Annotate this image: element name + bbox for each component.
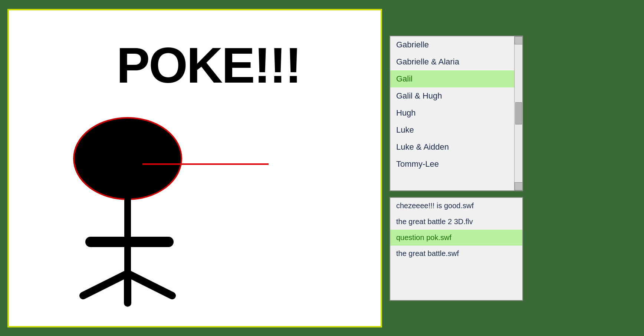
files-list-item-chezeeee[interactable]: chezeeee!!! is good.swf [390, 198, 522, 214]
files-list-item-great-battle-3d[interactable]: the great battle 2 3D.flv [390, 214, 522, 230]
names-list: GabrielleGabrielle & AlariaGalilGalil & … [390, 36, 514, 190]
names-scrollbar [514, 36, 522, 190]
files-list-item-great-battle[interactable]: the great battle.swf [390, 246, 522, 262]
svg-text:POKE!!!: POKE!!! [116, 37, 300, 88]
svg-line-6 [83, 273, 128, 296]
names-list-item-hugh[interactable]: Hugh [390, 104, 514, 122]
files-list-container: chezeeee!!! is good.swfthe great battle … [390, 197, 523, 301]
scene [53, 107, 283, 308]
svg-line-8 [128, 273, 172, 296]
files-list-item-question-pok[interactable]: question pok.swf [390, 230, 522, 246]
main-canvas: POKE!!! [7, 9, 382, 327]
scroll-down-button[interactable] [515, 182, 523, 190]
right-panel: GabrielleGabrielle & AlariaGalilGalil & … [390, 36, 637, 301]
scroll-track[interactable] [515, 44, 522, 182]
names-list-item-galil[interactable]: Galil [390, 70, 514, 87]
names-list-item-galil-hugh[interactable]: Galil & Hugh [390, 87, 514, 104]
svg-point-1 [74, 118, 181, 199]
names-list-item-tommy-lee[interactable]: Tommy-Lee [390, 156, 514, 173]
names-list-item-gabrielle-alaria[interactable]: Gabrielle & Alaria [390, 53, 514, 70]
names-list-item-gabrielle[interactable]: Gabrielle [390, 36, 514, 53]
scroll-up-button[interactable] [515, 36, 523, 44]
names-list-item-luke[interactable]: Luke [390, 122, 514, 139]
scroll-thumb[interactable] [515, 102, 522, 124]
poke-text: POKE!!! [113, 33, 372, 96]
names-list-container: GabrielleGabrielle & AlariaGalilGalil & … [390, 36, 523, 191]
names-list-item-luke-aidden[interactable]: Luke & Aidden [390, 139, 514, 156]
